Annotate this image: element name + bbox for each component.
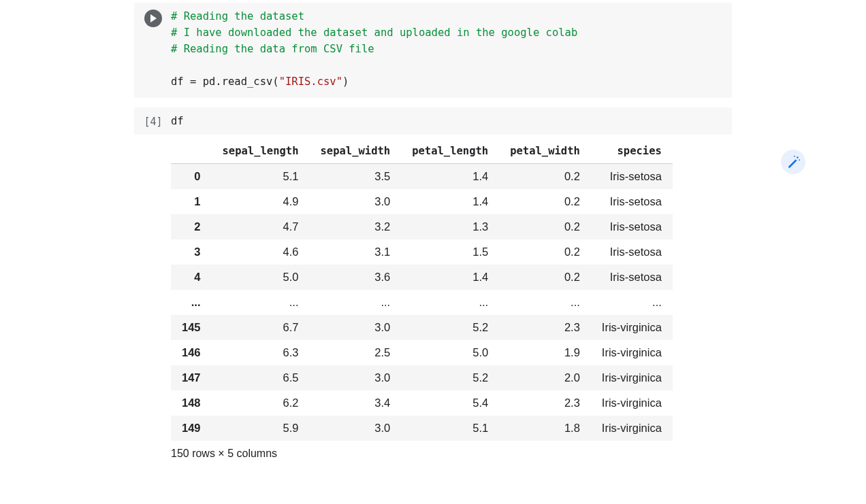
cell-value: Iris-setosa <box>591 189 673 214</box>
table-row: 34.63.11.50.2Iris-setosa <box>171 239 673 265</box>
cell-value: Iris-setosa <box>591 164 673 190</box>
col-header: petal_length <box>401 139 499 164</box>
row-index: 0 <box>171 164 212 190</box>
cell-value: 6.2 <box>212 390 310 416</box>
col-header: sepal_width <box>310 139 402 164</box>
cell-value: Iris-setosa <box>591 265 673 290</box>
col-header: petal_width <box>499 139 591 164</box>
cell-value: 5.2 <box>401 315 499 340</box>
code-editor[interactable]: # Reading the dataset # I have downloade… <box>167 8 577 90</box>
row-index: 146 <box>171 340 212 365</box>
cell-value: 3.0 <box>310 189 402 214</box>
cell-value: 3.5 <box>310 164 402 190</box>
table-row: 1456.73.05.22.3Iris-virginica <box>171 315 673 340</box>
cell-value: 0.2 <box>499 189 591 214</box>
cell-value: 3.0 <box>310 315 402 340</box>
col-header: species <box>591 139 673 164</box>
table-row: 24.73.21.30.2Iris-setosa <box>171 214 673 239</box>
cell-value: Iris-virginica <box>591 416 673 441</box>
cell-value: 1.4 <box>401 265 499 290</box>
cell-value: 1.3 <box>401 214 499 239</box>
cell-value: 6.5 <box>212 365 310 390</box>
cell-value: 4.7 <box>212 214 310 239</box>
cell-value: 3.0 <box>310 365 402 390</box>
cell-value: 1.4 <box>401 164 499 190</box>
code-text: df = pd.read_csv( <box>171 75 279 88</box>
cell-value: Iris-setosa <box>591 214 673 239</box>
svg-point-2 <box>799 159 800 161</box>
cell-value: Iris-virginica <box>591 315 673 340</box>
cell-value: 5.2 <box>401 365 499 390</box>
cell-gutter: [4] <box>140 113 167 128</box>
cell-value: 5.4 <box>401 390 499 416</box>
cell-value: 0.2 <box>499 265 591 290</box>
cell-value: ... <box>401 290 499 315</box>
cell-value: 3.4 <box>310 390 402 416</box>
cell-value: 5.9 <box>212 416 310 441</box>
code-comment: # Reading the dataset <box>171 10 304 22</box>
cell-value: 3.1 <box>310 239 402 265</box>
code-string: "IRIS.csv" <box>279 75 342 88</box>
magic-wand-button[interactable] <box>781 150 805 174</box>
cell-value: 4.6 <box>212 239 310 265</box>
cell-value: Iris-virginica <box>591 390 673 416</box>
code-cell-read-csv: # Reading the dataset # I have downloade… <box>134 3 732 98</box>
cell-value: 1.8 <box>499 416 591 441</box>
code-text: df <box>171 115 184 127</box>
cell-value: ... <box>310 290 402 315</box>
cell-value: 6.7 <box>212 315 310 340</box>
play-icon <box>148 14 158 23</box>
table-row: 14.93.01.40.2Iris-setosa <box>171 189 673 214</box>
code-comment: # Reading the data from CSV file <box>171 43 374 55</box>
row-index: 2 <box>171 214 212 239</box>
row-index: ... <box>171 290 212 315</box>
cell-value: 0.2 <box>499 164 591 190</box>
execution-count: [4] <box>144 114 162 128</box>
table-row: 1495.93.05.11.8Iris-virginica <box>171 416 673 441</box>
cell-value: 3.2 <box>310 214 402 239</box>
svg-point-1 <box>797 156 799 158</box>
cell-value: 6.3 <box>212 340 310 365</box>
code-cell-df: [4] df <box>134 107 732 135</box>
cell-value: 3.6 <box>310 265 402 290</box>
cell-value: ... <box>591 290 673 315</box>
output-area: sepal_length sepal_width petal_length pe… <box>134 139 732 460</box>
cell-value: 1.9 <box>499 340 591 365</box>
code-comment: # I have downloaded the dataset and uplo… <box>171 27 577 39</box>
cell-value: 0.2 <box>499 214 591 239</box>
table-row: .................. <box>171 290 673 315</box>
svg-marker-0 <box>150 14 157 22</box>
row-index: 1 <box>171 189 212 214</box>
code-editor[interactable]: df <box>167 113 184 129</box>
cell-value: 2.3 <box>499 315 591 340</box>
cell-value: ... <box>212 290 310 315</box>
dataframe-summary: 150 rows × 5 columns <box>171 448 732 460</box>
code-text: ) <box>342 75 349 88</box>
cell-gutter <box>140 8 167 27</box>
wand-icon <box>786 154 801 169</box>
svg-point-3 <box>794 156 795 157</box>
cell-value: ... <box>499 290 591 315</box>
cell-value: 4.9 <box>212 189 310 214</box>
row-index: 149 <box>171 416 212 441</box>
cell-value: 0.2 <box>499 239 591 265</box>
cell-value: 1.4 <box>401 189 499 214</box>
run-cell-button[interactable] <box>144 10 162 27</box>
cell-value: 5.0 <box>401 340 499 365</box>
cell-value: 2.3 <box>499 390 591 416</box>
cell-value: Iris-virginica <box>591 340 673 365</box>
row-index: 145 <box>171 315 212 340</box>
cell-value: 2.0 <box>499 365 591 390</box>
table-row: 45.03.61.40.2Iris-setosa <box>171 265 673 290</box>
col-header: sepal_length <box>212 139 310 164</box>
cell-value: 3.0 <box>310 416 402 441</box>
row-index: 148 <box>171 390 212 416</box>
row-index: 3 <box>171 239 212 265</box>
table-row: 1486.23.45.42.3Iris-virginica <box>171 390 673 416</box>
cell-value: Iris-virginica <box>591 365 673 390</box>
cell-value: 5.1 <box>401 416 499 441</box>
cell-value: 1.5 <box>401 239 499 265</box>
cell-value: 2.5 <box>310 340 402 365</box>
table-row: 1466.32.55.01.9Iris-virginica <box>171 340 673 365</box>
table-row: 05.13.51.40.2Iris-setosa <box>171 164 673 190</box>
